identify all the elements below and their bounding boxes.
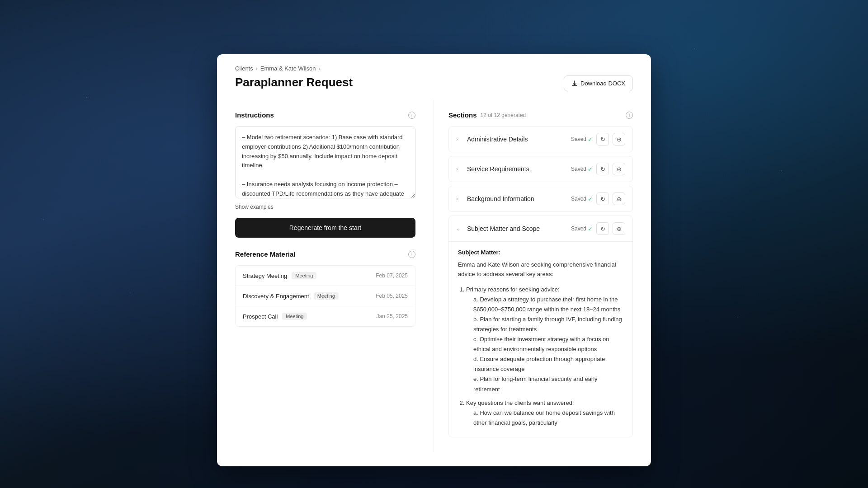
- section-name-1: Service Requirements: [467, 165, 529, 173]
- sections-title: Sections: [448, 111, 477, 119]
- subject-matter-point-0: Primary reasons for seeking advice: a. D…: [466, 285, 623, 394]
- chevron-down-icon-3: ⌄: [456, 225, 463, 232]
- right-panel: Sections 12 of 12 generated i › Administ…: [434, 100, 651, 452]
- ref-tag-1: Meeting: [314, 292, 339, 300]
- breadcrumb: Clients › Emma & Kate Wilson ›: [235, 65, 633, 72]
- section-row-right-3: Saved ✓ ↻ ⊕: [571, 222, 625, 235]
- ref-name-2: Prospect Call: [243, 313, 278, 320]
- section-row-1: › Service Requirements Saved ✓ ↻ ⊕: [448, 156, 633, 182]
- refresh-button-1[interactable]: ↻: [596, 163, 609, 175]
- section-row-header-1[interactable]: › Service Requirements Saved ✓ ↻ ⊕: [449, 156, 632, 182]
- ref-date-2: Jan 25, 2025: [377, 313, 408, 319]
- reference-item-1: Discovery & Engagement Meeting Feb 05, 2…: [236, 286, 415, 306]
- instructions-info-icon[interactable]: i: [408, 112, 415, 119]
- section-row-right-2: Saved ✓ ↻ ⊕: [571, 192, 625, 205]
- section-row-0: › Administrative Details Saved ✓ ↻ ⊕: [448, 126, 633, 152]
- saved-check-icon-0: ✓: [588, 136, 593, 143]
- reference-item-2: Prospect Call Meeting Jan 25, 2025: [236, 306, 415, 326]
- refresh-button-2[interactable]: ↻: [596, 192, 609, 205]
- ref-tag-2: Meeting: [282, 313, 307, 320]
- settings-button-3[interactable]: ⊕: [613, 222, 625, 235]
- ref-date-0: Feb 07, 2025: [376, 272, 408, 279]
- subject-matter-intro: Emma and Kate Wilson are seeking compreh…: [458, 260, 623, 279]
- refresh-button-3[interactable]: ↻: [596, 222, 609, 235]
- section-name-2: Background Information: [467, 195, 534, 202]
- regenerate-button[interactable]: Regenerate from the start: [235, 218, 415, 238]
- instructions-textarea[interactable]: [235, 126, 415, 198]
- saved-badge-2: Saved ✓: [571, 196, 593, 202]
- section-row-left-2: › Background Information: [456, 195, 534, 202]
- left-panel: Instructions i Show examples Regenerate …: [217, 100, 434, 452]
- chevron-right-icon-0: ›: [456, 136, 463, 142]
- breadcrumb-sep-1: ›: [256, 66, 258, 72]
- section-row-header-2[interactable]: › Background Information Saved ✓ ↻ ⊕: [449, 186, 632, 211]
- section-name-3: Subject Matter and Scope: [467, 225, 540, 232]
- reference-header: Reference Material i: [235, 250, 415, 258]
- sections-count: 12 of 12 generated: [481, 112, 526, 118]
- show-examples-link[interactable]: Show examples: [235, 204, 274, 210]
- subject-matter-title: Subject Matter:: [458, 249, 623, 256]
- ref-name-1: Discovery & Engagement: [243, 293, 309, 300]
- download-icon: [571, 80, 578, 87]
- section-content-3: Subject Matter: Emma and Kate Wilson are…: [449, 241, 632, 437]
- instructions-header: Instructions i: [235, 111, 415, 119]
- ref-tag-0: Meeting: [292, 272, 316, 279]
- saved-badge-1: Saved ✓: [571, 166, 593, 173]
- breadcrumb-client-name[interactable]: Emma & Kate Wilson: [260, 65, 316, 72]
- refresh-button-0[interactable]: ↻: [596, 133, 609, 145]
- ref-left-1: Discovery & Engagement Meeting: [243, 292, 339, 300]
- instructions-title: Instructions: [235, 111, 274, 119]
- subject-matter-point-1: Key questions the clients want answered:…: [466, 398, 623, 428]
- breadcrumb-sep-2: ›: [319, 66, 321, 72]
- saved-badge-3: Saved ✓: [571, 225, 593, 232]
- main-card: Clients › Emma & Kate Wilson › Paraplann…: [217, 54, 651, 466]
- ref-date-1: Feb 05, 2025: [376, 293, 408, 299]
- settings-button-2[interactable]: ⊕: [613, 192, 625, 205]
- sections-header: Sections 12 of 12 generated i: [448, 111, 633, 119]
- card-header: Clients › Emma & Kate Wilson › Paraplann…: [217, 54, 651, 100]
- section-row-2: › Background Information Saved ✓ ↻ ⊕: [448, 186, 633, 212]
- saved-check-icon-2: ✓: [588, 196, 593, 202]
- page-title: Paraplanner Request: [235, 75, 353, 89]
- section-row-header-0[interactable]: › Administrative Details Saved ✓ ↻ ⊕: [449, 127, 632, 152]
- saved-check-icon-3: ✓: [588, 225, 593, 232]
- breadcrumb-clients[interactable]: Clients: [235, 65, 253, 72]
- section-row-header-3[interactable]: ⌄ Subject Matter and Scope Saved ✓ ↻ ⊕: [449, 216, 632, 241]
- ref-left-0: Strategy Meeting Meeting: [243, 272, 316, 279]
- subject-matter-list: Primary reasons for seeking advice: a. D…: [458, 285, 623, 428]
- reference-title: Reference Material: [235, 250, 295, 258]
- saved-check-icon-1: ✓: [588, 166, 593, 173]
- section-row-right-0: Saved ✓ ↻ ⊕: [571, 133, 625, 145]
- reference-section: Reference Material i Strategy Meeting Me…: [235, 250, 415, 327]
- saved-badge-0: Saved ✓: [571, 136, 593, 143]
- subject-matter-sub-0: a. Develop a strategy to purchase their …: [466, 295, 623, 394]
- page-header: Paraplanner Request Download DOCX: [235, 75, 633, 100]
- sections-info-icon[interactable]: i: [626, 112, 633, 119]
- ref-left-2: Prospect Call Meeting: [243, 313, 307, 320]
- section-row-3: ⌄ Subject Matter and Scope Saved ✓ ↻ ⊕ S…: [448, 216, 633, 437]
- chevron-right-icon-1: ›: [456, 166, 463, 172]
- settings-button-0[interactable]: ⊕: [613, 133, 625, 145]
- section-row-left-1: › Service Requirements: [456, 165, 529, 173]
- card-body: Instructions i Show examples Regenerate …: [217, 100, 651, 466]
- reference-info-icon[interactable]: i: [408, 251, 415, 258]
- reference-item-0: Strategy Meeting Meeting Feb 07, 2025: [236, 266, 415, 286]
- subject-matter-sub-1: a. How can we balance our home deposit s…: [466, 408, 623, 428]
- settings-button-1[interactable]: ⊕: [613, 163, 625, 175]
- section-row-left-0: › Administrative Details: [456, 136, 528, 143]
- ref-name-0: Strategy Meeting: [243, 272, 287, 279]
- reference-list: Strategy Meeting Meeting Feb 07, 2025 Di…: [235, 265, 415, 327]
- section-row-left-3: ⌄ Subject Matter and Scope: [456, 225, 540, 232]
- section-name-0: Administrative Details: [467, 136, 528, 143]
- download-docx-button[interactable]: Download DOCX: [564, 75, 633, 91]
- chevron-right-icon-2: ›: [456, 196, 463, 202]
- section-row-right-1: Saved ✓ ↻ ⊕: [571, 163, 625, 175]
